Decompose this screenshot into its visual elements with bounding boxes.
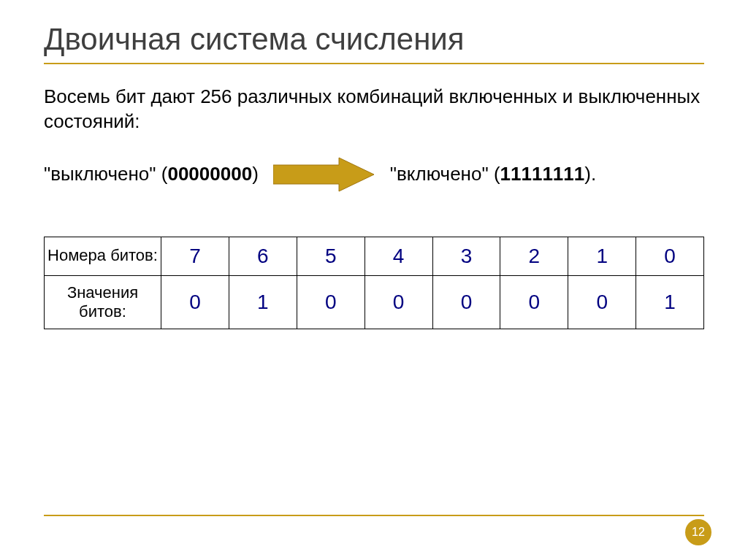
states-row: "выключено" (00000000) "включено" (11111… — [44, 156, 704, 193]
bit-number-cell: 5 — [297, 237, 365, 275]
page-title: Двоичная система счисления — [44, 22, 704, 57]
bit-number-cell: 4 — [365, 237, 432, 275]
bit-value-cell: 0 — [297, 275, 365, 329]
bit-value-cell: 0 — [365, 275, 432, 329]
table-row: Номера битов: 7 6 5 4 3 2 1 0 — [45, 237, 704, 275]
bit-value-cell: 1 — [229, 275, 297, 329]
table-row: Значения битов: 0 1 0 0 0 0 0 1 — [45, 275, 704, 329]
state-on-bits: 11111111 — [500, 163, 585, 185]
bit-value-cell: 0 — [161, 275, 229, 329]
bit-value-cell: 0 — [568, 275, 636, 329]
page-number-badge: 12 — [685, 519, 711, 545]
state-on-prefix: "включено" ( — [390, 163, 500, 185]
state-on-text: "включено" (11111111). — [390, 163, 596, 185]
state-off-suffix: ) — [252, 163, 259, 185]
arrow-polygon — [273, 158, 374, 191]
bit-table: Номера битов: 7 6 5 4 3 2 1 0 Значения б… — [44, 237, 704, 330]
arrow-right-icon — [273, 156, 375, 193]
bit-value-cell: 1 — [636, 275, 704, 329]
title-divider — [44, 63, 704, 64]
footer-divider — [44, 515, 704, 516]
bit-number-cell: 6 — [229, 237, 297, 275]
state-off-prefix: "выключено" ( — [44, 163, 167, 185]
bit-value-cell: 0 — [432, 275, 500, 329]
bit-value-cell: 0 — [500, 275, 568, 329]
bit-number-cell: 2 — [500, 237, 568, 275]
bit-number-cell: 7 — [161, 237, 229, 275]
row1-header: Номера битов: — [45, 237, 161, 275]
bit-number-cell: 3 — [432, 237, 500, 275]
bit-number-cell: 0 — [636, 237, 704, 275]
row2-header: Значения битов: — [45, 275, 161, 329]
intro-paragraph: Восемь бит дают 256 различных комбинаций… — [44, 85, 704, 134]
state-off-bits: 00000000 — [167, 163, 252, 185]
state-on-suffix: ). — [584, 163, 596, 185]
state-off-text: "выключено" (00000000) — [44, 163, 259, 185]
bit-number-cell: 1 — [568, 237, 636, 275]
